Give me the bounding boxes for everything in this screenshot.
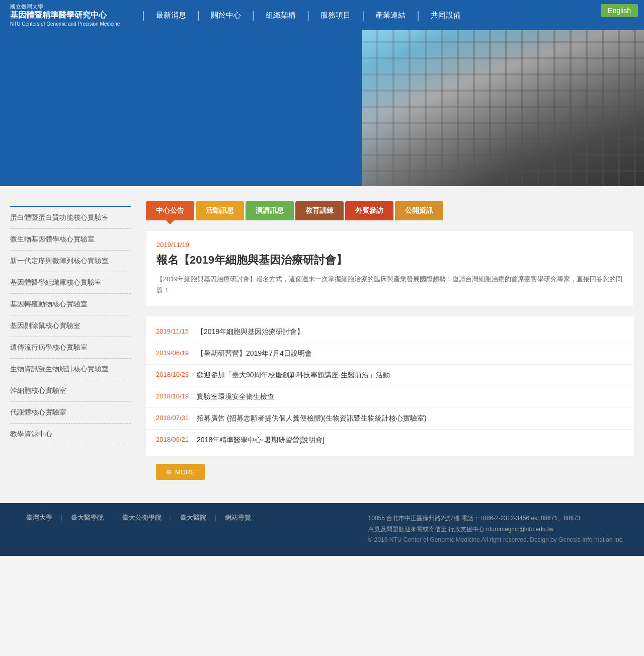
main-content: 蛋白體暨蛋白質功能核心實驗室 微生物基因體學核心實驗室 新一代定序與微陣列核心實… (0, 186, 644, 503)
footer-left: 臺灣大學 ｜ 臺大醫學院 ｜ 臺大公衛學院 ｜ 臺大醫院 ｜ 網站導覽 (20, 513, 257, 528)
footer-link-sitemap[interactable]: 網站導覽 (219, 513, 257, 522)
header: 國立臺灣大學 基因體暨精準醫學研究中心 NTU Centers of Genom… (0, 0, 644, 30)
news-date-2: 2018/10/23 (156, 371, 189, 378)
news-tabs: 中心公告 活動訊息 演講訊息 教育訓練 外賓參訪 公開資訊 (146, 201, 634, 220)
news-title-2[interactable]: 歡迎參加「臺大90周年校慶創新科技專題講座-生醫前沿」活動 (197, 371, 390, 380)
news-date-5: 2018/06/21 (156, 436, 189, 443)
main-nav: | 最新消息 | 關於中心 | 組織架構 | 服務項目 | 產業連結 | 共同設… (140, 10, 634, 21)
footer-email-line: 意見及問題歡迎來電或寄信至 行政支援中心 nturcmegmc@ntu.edu.… (368, 524, 624, 535)
footer-email[interactable]: nturcmegmc@ntu.edu.tw (486, 526, 553, 533)
news-title-3[interactable]: 實驗室環境安全衛生檢查 (197, 392, 274, 401)
news-item: 2019/06/19 【暑期研習營】2019年7月4日說明會 (146, 343, 634, 365)
sidebar-item-epidemiology[interactable]: 遺傳流行病學核心實驗室 (10, 337, 131, 359)
hero-image (362, 30, 644, 186)
nav-separator: | (417, 10, 419, 21)
footer-separator: ｜ (110, 513, 116, 522)
news-item: 2018/06/21 2018年精準醫學中心-暑期研習營[說明會] (146, 430, 634, 451)
nav-separator: | (252, 10, 255, 21)
footer: 臺灣大學 ｜ 臺大醫學院 ｜ 臺大公衛學院 ｜ 臺大醫院 ｜ 網站導覽 1005… (0, 503, 644, 556)
featured-post: 2019/11/19 報名【2019年細胞與基因治療研討會】 【2019年細胞與… (146, 230, 634, 306)
footer-bottom: 臺灣大學 ｜ 臺大醫學院 ｜ 臺大公衛學院 ｜ 臺大醫院 ｜ 網站導覽 1005… (20, 513, 624, 546)
news-item: 2019/11/15 【2019年細胞與基因治療研討會】 (146, 321, 634, 343)
sidebar-item-bioinformatics[interactable]: 生物資訊暨生物統計核心實驗室 (10, 359, 131, 380)
sidebar-item-microbial[interactable]: 微生物基因體學核心實驗室 (10, 229, 131, 251)
news-title-5[interactable]: 2018年精準醫學中心-暑期研習營[說明會] (197, 436, 325, 445)
tab-announcement[interactable]: 中心公告 (146, 201, 194, 220)
org-name: 國立臺灣大學 (10, 3, 120, 10)
tab-public[interactable]: 公開資訊 (395, 201, 443, 220)
hero-building-photo (362, 30, 644, 186)
news-item: 2018/10/19 實驗室環境安全衛生檢查 (146, 386, 634, 408)
news-date-4: 2018/07/31 (156, 414, 189, 422)
nav-item-about[interactable]: 關於中心 (202, 11, 250, 20)
featured-desc: 【2019年細胞與基因治療研討會】報名方式，這個週末一次掌握細胞治療的臨床與產業… (156, 274, 623, 296)
english-button[interactable]: English (601, 4, 638, 17)
footer-separator: ｜ (168, 513, 174, 522)
sidebar: 蛋白體暨蛋白質功能核心實驗室 微生物基因體學核心實驗室 新一代定序與微陣列核心實… (10, 206, 131, 488)
sidebar-item-education[interactable]: 教學資源中心 (10, 424, 131, 445)
sidebar-item-stemcell[interactable]: 幹細胞核心實驗室 (10, 380, 131, 402)
right-content: 中心公告 活動訊息 演講訊息 教育訓練 外賓參訪 公開資訊 2019/11/19… (146, 201, 634, 488)
nav-separator: | (307, 10, 309, 21)
footer-email-label: 意見及問題歡迎來電或寄信至 行政支援中心 (368, 526, 485, 533)
news-title-1[interactable]: 【暑期研習營】2019年7月4日說明會 (197, 349, 312, 358)
tab-lecture[interactable]: 演講訊息 (246, 201, 294, 220)
sidebar-item-transgenic[interactable]: 基因轉殖動物核心實驗室 (10, 294, 131, 315)
footer-separator: ｜ (58, 513, 65, 522)
site-logo: 國立臺灣大學 基因體暨精準醫學研究中心 NTU Centers of Genom… (10, 3, 120, 27)
footer-link-hospital[interactable]: 臺大醫院 (174, 513, 212, 522)
featured-title[interactable]: 報名【2019年細胞與基因治療研討會】 (156, 253, 623, 268)
footer-link-ntu[interactable]: 臺灣大學 (20, 513, 58, 522)
featured-date: 2019/11/19 (156, 241, 623, 249)
nav-separator: | (142, 10, 144, 21)
footer-separator: ｜ (212, 513, 219, 522)
footer-links: 臺灣大學 ｜ 臺大醫學院 ｜ 臺大公衛學院 ｜ 臺大醫院 ｜ 網站導覽 (20, 513, 257, 522)
nav-item-services[interactable]: 服務項目 (311, 11, 360, 20)
sidebar-item-knockout[interactable]: 基因剔除鼠核心實驗室 (10, 315, 131, 337)
tab-education[interactable]: 教育訓練 (295, 201, 344, 220)
nav-item-news[interactable]: 最新消息 (147, 11, 195, 20)
sidebar-item-sequencing[interactable]: 新一代定序與微陣列核心實驗室 (10, 251, 131, 272)
sidebar-item-proteomics[interactable]: 蛋白體暨蛋白質功能核心實驗室 (10, 206, 131, 229)
tab-activity[interactable]: 活動訊息 (196, 201, 244, 220)
news-item: 2018/10/23 歡迎參加「臺大90周年校慶創新科技專題講座-生醫前沿」活動 (146, 365, 634, 386)
footer-address-text: 10055 台北市中正區徐州路2號7樓 電話：+886-2-2312-3456 … (368, 513, 624, 524)
sidebar-item-metabolomics[interactable]: 代謝體核心實驗室 (10, 402, 131, 424)
nav-item-equipment[interactable]: 共同設備 (422, 11, 470, 20)
footer-link-public-health[interactable]: 臺大公衛學院 (116, 513, 168, 522)
center-name: 基因體暨精準醫學研究中心 (10, 10, 120, 21)
nav-item-industry[interactable]: 產業連結 (366, 11, 415, 20)
news-list: 2019/11/15 【2019年細胞與基因治療研討會】 2019/06/19 … (146, 316, 634, 456)
news-date-0: 2019/11/15 (156, 327, 189, 335)
footer-link-medicine[interactable]: 臺大醫學院 (65, 513, 110, 522)
nav-separator: | (197, 10, 200, 21)
news-item: 2018/07/31 招募廣告 (招募志願者提供個人糞便檢體)(生物資訊暨生物統… (146, 408, 634, 430)
tab-visit[interactable]: 外賓參訪 (345, 201, 393, 220)
nav-item-org[interactable]: 組織架構 (257, 11, 305, 20)
footer-copyright: © 2019 NTU Center of Genomic Medicine Al… (368, 535, 624, 546)
more-button[interactable]: MORE (156, 464, 205, 480)
news-date-1: 2019/06/19 (156, 349, 189, 357)
news-title-4[interactable]: 招募廣告 (招募志願者提供個人糞便檢體)(生物資訊暨生物統計核心實驗室) (197, 414, 427, 423)
sidebar-item-biobank[interactable]: 基因體醫學組織庫核心實驗室 (10, 272, 131, 294)
news-title-0[interactable]: 【2019年細胞與基因治療研討會】 (197, 327, 304, 337)
nav-separator: | (362, 10, 364, 21)
news-date-3: 2018/10/19 (156, 392, 189, 400)
footer-address: 10055 台北市中正區徐州路2號7樓 電話：+886-2-2312-3456 … (368, 513, 624, 546)
en-name: NTU Centers of Genomic and Precision Med… (10, 21, 120, 27)
hero-section (0, 30, 644, 186)
